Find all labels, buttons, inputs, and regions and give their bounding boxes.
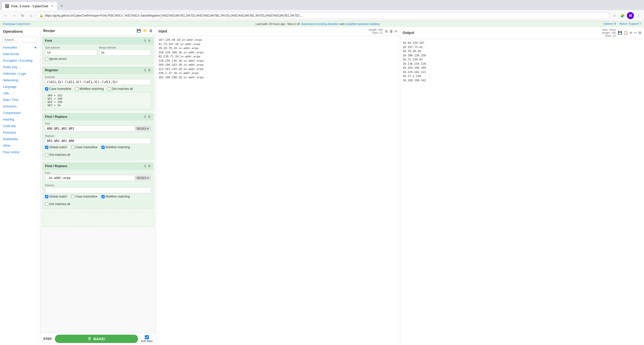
merge-delimiter-input[interactable] — [99, 50, 151, 56]
fr1-dot-matches-input[interactable] — [45, 153, 48, 157]
sidebar-item-data-format[interactable]: Data format — [0, 51, 40, 57]
sidebar-item-public-key[interactable]: Public Key — [0, 64, 40, 70]
output-save-icon[interactable]: 💾 — [618, 31, 622, 35]
register-case-insensitive-input[interactable] — [45, 87, 48, 91]
fr2-case-insensitive-input[interactable] — [71, 195, 74, 198]
sidebar-item-favourites[interactable]: Favourites — [3, 46, 17, 49]
register-case-insensitive-label: Case insensitive — [49, 87, 71, 91]
tab-close-button[interactable]: ✕ — [50, 4, 54, 8]
output-expand-icon[interactable]: ⊞ — [638, 31, 641, 35]
new-tab-button[interactable]: + — [58, 3, 65, 10]
sidebar-item-date-time[interactable]: Date / Time — [0, 97, 40, 103]
sidebar-item-multimedia[interactable]: Multimedia — [0, 136, 40, 142]
bake-button[interactable]: ⏱ BAKE! — [55, 335, 138, 343]
sidebar-item-code-tidy[interactable]: Code tidy — [0, 123, 40, 129]
fr1-global-input[interactable] — [45, 146, 48, 149]
register-dot-matches-checkbox[interactable]: Dot matches all — [108, 87, 133, 91]
sidebar-item-language[interactable]: Language — [0, 84, 40, 90]
fork-pause-icon[interactable]: ⏸ — [148, 39, 151, 43]
split-delimiter-label: Split delimiter — [45, 46, 97, 49]
ignore-errors-input[interactable] — [45, 57, 48, 61]
sidebar-item-hashing[interactable]: Hashing — [0, 116, 40, 123]
sidebar-item-networking[interactable]: Networking — [0, 77, 40, 84]
forward-button[interactable]: → — [11, 12, 18, 19]
download-link[interactable]: Download CyberChef ↓ — [3, 22, 31, 25]
register-multiline-label: Multiline matching — [79, 87, 104, 91]
menu-button[interactable]: ⋮ — [635, 12, 642, 19]
replace-1-input[interactable] — [45, 138, 151, 144]
drop-zone — [42, 212, 154, 227]
browser-tab[interactable]: 🍳 Fork, 3 more - CyberChef ✕ — [2, 2, 57, 10]
fr2-case-insensitive-checkbox[interactable]: Case insensitive — [71, 195, 97, 198]
output-time: time: 10ms — [602, 28, 616, 31]
register-info-icon[interactable]: ℹ — [144, 68, 146, 72]
options-link[interactable]: Options ⚙ — [603, 22, 616, 25]
fr2-global-label: Global match — [49, 195, 67, 198]
bookmark-button[interactable]: ☆ — [611, 12, 618, 19]
operation-link[interactable]: simplified operation building — [345, 22, 380, 25]
save-recipe-button[interactable]: 💾 — [137, 29, 141, 33]
fr1-multiline-input[interactable] — [101, 146, 105, 149]
register-pause-icon[interactable]: ⏸ — [148, 68, 151, 72]
clear-recipe-button[interactable]: 🗑 — [149, 29, 153, 33]
auto-bake-checkbox[interactable] — [145, 335, 149, 339]
extractor-input[interactable] — [45, 79, 151, 85]
find-replace-2-block: Find / Replace ℹ ⏸ Find REGEX ▾ — [42, 162, 154, 210]
fr2-global-input[interactable] — [45, 195, 48, 198]
register-case-insensitive-checkbox[interactable]: Case insensitive — [45, 87, 71, 91]
step-label[interactable]: STEP — [43, 337, 52, 341]
input-expand-icon[interactable]: ⊞ — [385, 29, 388, 33]
fork-info-icon[interactable]: ℹ — [144, 39, 146, 43]
search-input[interactable] — [2, 37, 38, 43]
sidebar-item-encryption[interactable]: Encryption / Encoding — [0, 57, 40, 64]
sidebar-item-compression[interactable]: Compression — [0, 110, 40, 116]
fr2-global-checkbox[interactable]: Global match — [45, 195, 67, 198]
fr1-dot-matches-checkbox[interactable]: Dot matches all — [45, 153, 70, 157]
split-delimiter-input[interactable] — [45, 50, 97, 56]
load-recipe-button[interactable]: 📁 — [143, 29, 147, 33]
home-button[interactable]: ⌂ — [28, 12, 35, 19]
profile-button[interactable]: M — [627, 12, 634, 19]
fr2-multiline-input[interactable] — [101, 195, 105, 198]
sidebar-item-arithmetic[interactable]: Arithmetic / Logic — [0, 70, 40, 77]
output-switch-icon[interactable]: ⇄ — [629, 31, 632, 35]
find-replace-1-pause-icon[interactable]: ⏸ — [148, 115, 151, 119]
replace-2-input[interactable] — [45, 187, 151, 193]
fr2-dot-matches-input[interactable] — [45, 203, 48, 206]
ignore-errors-checkbox[interactable]: Ignore errors — [45, 57, 67, 61]
address-bar[interactable]: 🔒 https://gchq.github.io/CyberChef/#reci… — [36, 12, 609, 19]
back-button[interactable]: ← — [2, 12, 9, 19]
about-link[interactable]: About / Support ? — [619, 22, 641, 25]
sidebar-item-forensics[interactable]: Forensics — [0, 129, 40, 136]
register-dot-matches-input[interactable] — [108, 87, 111, 91]
input-trash-icon[interactable]: 🗑 — [389, 29, 393, 33]
sidebar-item-extractors[interactable]: Extractors — [0, 103, 40, 110]
encoding-link[interactable]: Automated encoding detection — [301, 22, 339, 25]
refresh-button[interactable]: ↻ — [19, 12, 26, 19]
fr1-case-insensitive-checkbox[interactable]: Case insensitive — [71, 145, 97, 149]
sidebar-item-other[interactable]: Other — [0, 142, 40, 149]
fr1-multiline-checkbox[interactable]: Multiline matching — [101, 145, 130, 149]
fr1-global-checkbox[interactable]: Global match — [45, 145, 67, 149]
fr2-dot-matches-checkbox[interactable]: Dot matches all — [45, 202, 70, 206]
input-text[interactable]: 167.139.44.10.in-addr.arpa 41.73.197.10.… — [156, 36, 400, 345]
sidebar-item-flow-control[interactable]: Flow control — [0, 149, 40, 156]
ignore-errors-label: Ignore errors — [49, 57, 67, 61]
output-text[interactable]: 10.44.139.167 10.197.73.41 10.79.20.39 1… — [400, 39, 644, 345]
find-replace-1-info-icon[interactable]: ℹ — [144, 115, 146, 119]
find-replace-2-info-icon[interactable]: ℹ — [144, 164, 146, 168]
register-multiline-input[interactable] — [75, 87, 78, 91]
output-undo-icon[interactable]: ↩ — [634, 31, 637, 35]
fr2-multiline-checkbox[interactable]: Multiline matching — [101, 195, 130, 198]
find-2-regex-badge[interactable]: REGEX ▾ — [135, 176, 150, 180]
find-1-regex-badge[interactable]: REGEX ▾ — [135, 127, 150, 131]
fr1-case-insensitive-input[interactable] — [71, 146, 74, 149]
recipe-panel: Recipe 💾 📁 🗑 Fork ℹ ⏸ — [40, 27, 156, 345]
address-text: https://gchq.github.io/CyberChef/#recipe… — [45, 14, 606, 17]
find-replace-2-pause-icon[interactable]: ⏸ — [148, 164, 151, 168]
output-copy-icon[interactable]: 📋 — [624, 31, 628, 35]
extensions-button[interactable]: 🧩 — [619, 12, 626, 19]
register-multiline-checkbox[interactable]: Multiline matching — [75, 87, 104, 91]
sidebar-item-utils[interactable]: Utils — [0, 90, 40, 97]
input-switch-icon[interactable]: ⇄ — [394, 29, 397, 33]
